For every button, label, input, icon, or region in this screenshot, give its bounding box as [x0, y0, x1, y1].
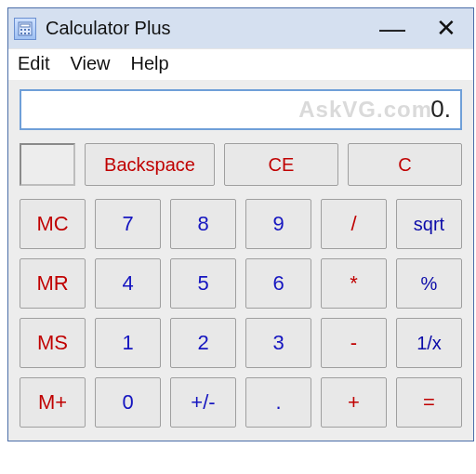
minimize-button[interactable]: —	[365, 8, 419, 48]
memory-recall-button[interactable]: MR	[20, 258, 86, 309]
svg-rect-3	[24, 29, 26, 31]
calculator-window: Calculator Plus — ✕ Edit View Help AskVG…	[7, 7, 474, 441]
svg-rect-2	[20, 29, 22, 31]
keypad: MC 7 8 9 / sqrt MR 4 5 6 * % MS 1 2 3 - …	[20, 199, 462, 428]
equals-button[interactable]: =	[396, 377, 462, 428]
client-area: AskVG.com 0. Backspace CE C MC 7 8 9 / s…	[8, 80, 473, 441]
digit-1-button[interactable]: 1	[95, 318, 161, 368]
digit-7-button[interactable]: 7	[95, 199, 161, 249]
close-button[interactable]: ✕	[419, 8, 473, 48]
sign-button[interactable]: +/-	[170, 377, 236, 428]
memory-indicator	[20, 143, 75, 186]
digit-0-button[interactable]: 0	[95, 377, 161, 428]
clear-row: Backspace CE C	[20, 143, 462, 186]
svg-rect-6	[24, 33, 26, 34]
digit-2-button[interactable]: 2	[170, 318, 236, 368]
menu-view[interactable]: View	[70, 53, 110, 74]
subtract-button[interactable]: -	[321, 318, 387, 368]
window-controls: — ✕	[365, 8, 473, 48]
divide-button[interactable]: /	[321, 199, 387, 249]
menubar: Edit View Help	[8, 49, 473, 80]
watermark: AskVG.com	[298, 97, 432, 123]
digit-9-button[interactable]: 9	[245, 199, 311, 249]
svg-rect-4	[28, 29, 30, 31]
memory-clear-button[interactable]: MC	[20, 199, 86, 249]
reciprocal-button[interactable]: 1/x	[396, 318, 462, 368]
window-title: Calculator Plus	[46, 18, 365, 39]
digit-3-button[interactable]: 3	[245, 318, 311, 368]
menu-edit[interactable]: Edit	[18, 53, 49, 74]
clear-button[interactable]: C	[348, 143, 462, 186]
svg-rect-7	[28, 33, 30, 34]
digit-4-button[interactable]: 4	[95, 258, 161, 309]
svg-rect-1	[20, 24, 30, 27]
add-button[interactable]: +	[321, 377, 387, 428]
percent-button[interactable]: %	[396, 258, 462, 309]
titlebar[interactable]: Calculator Plus — ✕	[8, 8, 473, 49]
backspace-button[interactable]: Backspace	[85, 143, 215, 186]
digit-8-button[interactable]: 8	[170, 199, 236, 249]
clear-entry-button[interactable]: CE	[224, 143, 338, 186]
sqrt-button[interactable]: sqrt	[396, 199, 462, 249]
display-value: 0.	[430, 95, 451, 123]
digit-6-button[interactable]: 6	[245, 258, 311, 309]
memory-add-button[interactable]: M+	[20, 377, 86, 428]
digit-5-button[interactable]: 5	[170, 258, 236, 309]
svg-rect-5	[20, 33, 22, 34]
display: AskVG.com 0.	[20, 89, 462, 130]
memory-store-button[interactable]: MS	[20, 318, 86, 368]
decimal-button[interactable]: .	[245, 377, 311, 428]
menu-help[interactable]: Help	[130, 53, 168, 74]
multiply-button[interactable]: *	[321, 258, 387, 309]
app-icon	[14, 18, 36, 40]
